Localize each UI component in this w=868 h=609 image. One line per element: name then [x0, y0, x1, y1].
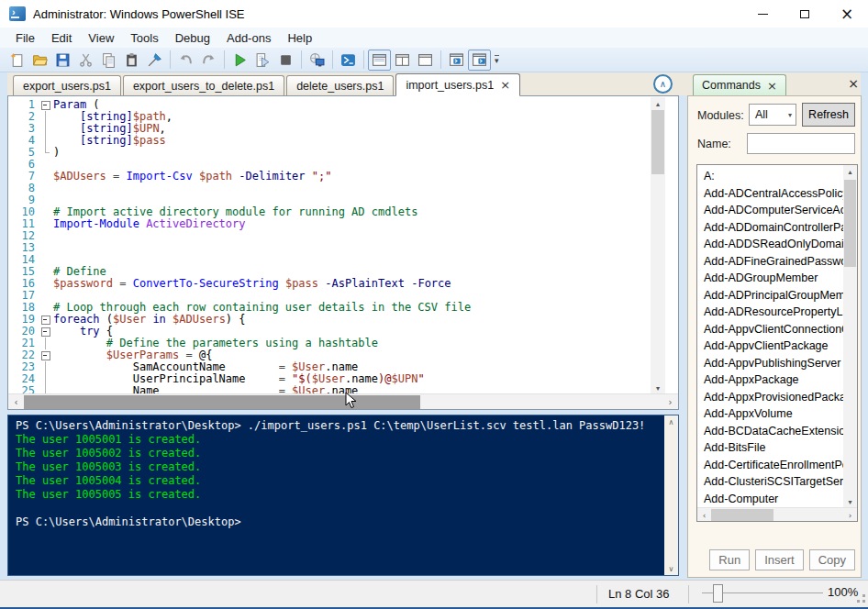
commands-panel-tab[interactable]: Commands × — [693, 74, 786, 95]
new-remote-powershell-tab-button[interactable] — [306, 50, 328, 71]
close-button[interactable]: × — [826, 0, 868, 28]
command-list-item[interactable]: Add-AppvClientPackage — [697, 338, 844, 355]
command-list-item[interactable]: Add-ADDSReadOnlyDomainCo — [697, 236, 844, 253]
script-tab-import_users-ps1[interactable]: import_users.ps1× — [395, 73, 520, 96]
resize-grip[interactable] — [862, 600, 865, 603]
scroll-up-icon[interactable]: ▴ — [843, 165, 857, 178]
command-list-item[interactable]: Add-AppvClientConnectionGro — [697, 321, 844, 338]
command-list-item[interactable]: Add-AppxPackage — [697, 371, 844, 389]
menu-view[interactable]: View — [80, 29, 122, 47]
code-area[interactable]: 1Param (2 [string]$path,3 [string]$UPN,4… — [8, 96, 651, 393]
menu-edit[interactable]: Edit — [43, 29, 80, 47]
command-list-item[interactable]: Add-BitsFile — [697, 439, 844, 457]
command-list-item[interactable]: Add-BCDataCacheExtension — [697, 423, 844, 440]
command-list-item[interactable]: Add-ADDomainControllerPassw — [697, 219, 844, 237]
insert-button[interactable]: Insert — [755, 549, 804, 570]
command-list-item[interactable]: Add-AppxVolume — [697, 405, 844, 423]
command-list-item[interactable]: Add-ADCentralAccessPolicyMe — [697, 185, 844, 203]
fold-collapse-icon[interactable] — [39, 349, 53, 361]
save-script-button[interactable] — [51, 50, 74, 71]
cut-button[interactable] — [74, 50, 97, 71]
commands-tab-close-icon[interactable]: × — [767, 80, 777, 92]
script-editor-pane[interactable]: 1Param (2 [string]$path,3 [string]$UPN,4… — [7, 95, 679, 410]
command-list-item[interactable]: Add-AppxProvisionedPackage — [697, 389, 844, 406]
scroll-left-icon[interactable]: ‹ — [8, 394, 24, 410]
run-button[interactable]: Run — [709, 549, 750, 570]
command-list-item[interactable]: Add-ADComputerServiceAccou — [697, 202, 844, 219]
maximize-icon — [800, 10, 809, 18]
copy-button[interactable]: Copy — [809, 549, 855, 570]
show-script-pane-top-button[interactable] — [368, 50, 391, 71]
clear-console-pane-button[interactable] — [143, 50, 166, 71]
scroll-up-icon[interactable]: ▴ — [651, 97, 665, 111]
scroll-up-icon[interactable]: ∧ — [664, 415, 678, 428]
list-horizontal-scrollbar[interactable]: ‹ › — [697, 507, 857, 521]
run-selection-button[interactable] — [251, 50, 274, 71]
new-powershell-tab-button[interactable] — [445, 50, 468, 71]
menu-tools[interactable]: Tools — [122, 29, 166, 47]
stop-operation-button[interactable] — [274, 50, 297, 71]
editor-vertical-scrollbar[interactable]: ▴ ▾ — [651, 97, 665, 395]
commands-list[interactable]: A:Add-ADCentralAccessPolicyMeAdd-ADCompu… — [696, 164, 858, 522]
close-icon: × — [840, 6, 853, 22]
editor-vscroll-thumb[interactable] — [651, 110, 664, 174]
scroll-right-icon[interactable]: › — [843, 508, 857, 522]
run-script-button[interactable] — [228, 50, 251, 71]
console-scrollbar[interactable]: ∧ ∨ — [664, 415, 678, 575]
scroll-right-icon[interactable]: › — [662, 394, 678, 410]
scroll-down-icon[interactable]: ▾ — [843, 495, 857, 508]
start-powershell-button[interactable] — [337, 50, 360, 71]
tab-close-icon[interactable]: × — [500, 79, 510, 91]
command-list-item[interactable]: Add-ADGroupMember — [697, 270, 844, 287]
command-list-item[interactable]: Add-AppvPublishingServer — [697, 355, 844, 372]
command-list-item[interactable]: A: — [697, 168, 844, 185]
panel-close-button[interactable]: × — [845, 75, 862, 92]
script-tab-delete_users-ps1[interactable]: delete_users.ps1 — [286, 75, 394, 95]
menu-file[interactable]: File — [7, 29, 43, 47]
list-vertical-scrollbar[interactable]: ▴ ▾ — [843, 165, 857, 508]
code-line: 4 [string]$pass — [8, 135, 651, 147]
fold-gutter — [39, 135, 53, 147]
script-tab-export_users_to_delete-ps1[interactable]: export_users_to_delete.ps1 — [123, 75, 284, 95]
undo-button[interactable] — [174, 50, 197, 71]
script-tab-export_users-ps1[interactable]: export_users.ps1 — [13, 75, 121, 95]
menu-debug[interactable]: Debug — [167, 29, 218, 47]
collapse-script-pane-button[interactable]: ∧ — [653, 74, 673, 94]
fold-collapse-icon[interactable] — [39, 326, 53, 338]
show-script-pane-new-window-button[interactable] — [468, 50, 491, 71]
new-script-icon — [9, 52, 25, 68]
menu-addons[interactable]: Add-ons — [218, 29, 279, 47]
fold-collapse-icon[interactable] — [39, 99, 53, 111]
zoom-slider-thumb[interactable] — [713, 584, 723, 603]
copy-button[interactable] — [97, 50, 120, 71]
list-vscroll-thumb[interactable] — [844, 180, 856, 267]
layout-right-icon — [395, 52, 410, 68]
scroll-left-icon[interactable]: ‹ — [697, 508, 711, 522]
show-script-pane-right-button[interactable] — [391, 50, 414, 71]
new-script-button[interactable] — [6, 50, 28, 71]
editor-hscroll-thumb[interactable] — [24, 395, 420, 409]
command-list-item[interactable]: Add-ClusteriSCSITargetServerRe — [697, 473, 844, 491]
refresh-button[interactable]: Refresh — [802, 103, 855, 127]
minimize-button[interactable] — [741, 0, 784, 28]
command-list-item[interactable]: Add-CertificateEnrollmentPolicy — [697, 457, 844, 474]
command-list-item[interactable]: Add-ADResourcePropertyListM — [697, 304, 844, 321]
maximize-button[interactable] — [784, 0, 826, 28]
console-pane[interactable]: PS C:\Users\Administrator\Desktop> ./imp… — [7, 415, 679, 576]
redo-button[interactable] — [197, 50, 220, 71]
name-input[interactable] — [747, 133, 855, 154]
paste-button[interactable] — [120, 50, 143, 71]
menu-help[interactable]: Help — [279, 29, 320, 47]
command-list-item[interactable]: Add-ADPrincipalGroupMember — [697, 287, 844, 304]
fold-collapse-icon[interactable] — [39, 314, 53, 326]
editor-horizontal-scrollbar[interactable]: ‹ › — [8, 393, 678, 409]
toolbar-separator — [440, 50, 441, 69]
scroll-down-icon[interactable]: ∨ — [664, 562, 678, 575]
toolbar-overflow-button[interactable]: ▾ — [495, 55, 499, 65]
open-script-button[interactable] — [28, 50, 51, 71]
show-script-pane-maximized-button[interactable] — [414, 50, 437, 71]
modules-dropdown[interactable]: All ▾ — [749, 104, 796, 126]
command-list-item[interactable]: Add-Computer — [697, 491, 844, 508]
list-hscroll-thumb[interactable] — [711, 509, 773, 521]
command-list-item[interactable]: Add-ADFineGrainedPasswordPo — [697, 253, 844, 271]
